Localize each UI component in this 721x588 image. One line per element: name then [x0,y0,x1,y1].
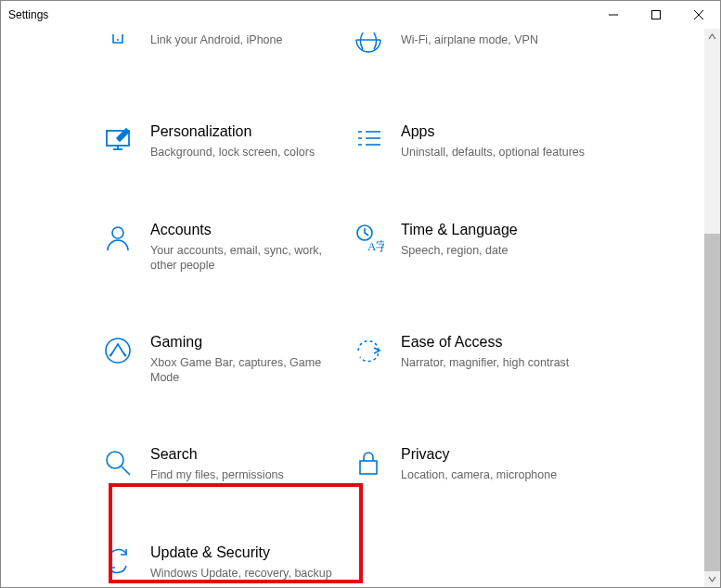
category-desc: Your accounts, email, sync, work, other … [150,243,341,273]
time-language-icon: A字 [353,223,384,254]
content-area: Link your Android, iPhone Wi-Fi, airplan… [1,29,720,587]
svg-point-14 [112,227,123,238]
category-update-security[interactable]: Update & Security Windows Update, recove… [102,543,353,587]
search-icon [102,447,134,479]
svg-point-17 [106,339,130,363]
settings-grid: Link your Android, iPhone Wi-Fi, airplan… [102,31,603,587]
globe-icon [353,31,384,62]
category-network[interactable]: Wi-Fi, airplane mode, VPN [353,29,603,69]
svg-rect-1 [652,11,661,19]
category-desc: Wi-Fi, airplane mode, VPN [401,32,592,47]
accounts-icon [102,223,134,254]
category-title: Search [150,445,341,464]
scroll-up-arrow[interactable] [704,29,720,45]
gaming-icon [102,335,134,366]
maximize-button[interactable] [635,1,677,29]
personalization-icon [102,124,134,156]
window-title: Settings [8,1,48,29]
category-title: Gaming [150,333,341,352]
category-accounts[interactable]: Accounts Your accounts, email, sync, wor… [102,221,353,279]
scroll-down-arrow[interactable] [704,571,720,587]
category-search[interactable]: Search Find my files, permissions [102,445,353,489]
category-desc: Speech, region, date [401,243,592,258]
minimize-button[interactable] [592,1,635,29]
category-title: Time & Language [401,221,592,239]
phone-icon [102,31,134,62]
category-ease-of-access[interactable]: Ease of Access Narrator, magnifier, high… [353,333,603,391]
category-gaming[interactable]: Gaming Xbox Game Bar, captures, Game Mod… [102,333,353,391]
category-desc: Uninstall, defaults, optional features [401,145,592,160]
category-desc: Narrator, magnifier, high contrast [401,355,592,370]
svg-line-19 [122,467,130,475]
vertical-scrollbar[interactable] [704,29,720,587]
update-icon [102,545,134,577]
svg-point-18 [107,452,123,468]
window-controls [592,1,720,29]
scroll-track[interactable] [704,45,720,571]
category-time-language[interactable]: A字 Time & Language Speech, region, date [353,221,603,279]
apps-icon [353,124,384,156]
settings-grid-container: Link your Android, iPhone Wi-Fi, airplan… [1,29,704,587]
category-title: Accounts [150,221,341,239]
category-title: Apps [401,122,592,141]
privacy-icon [353,447,384,479]
svg-rect-20 [360,461,377,474]
ease-of-access-icon [353,335,384,366]
category-title: Update & Security [150,543,341,562]
category-desc: Background, lock screen, colors [150,145,341,160]
category-title: Privacy [401,445,592,464]
category-title: Ease of Access [401,333,592,352]
category-desc: Location, camera, microphone [401,467,592,482]
close-button[interactable] [677,1,720,29]
category-privacy[interactable]: Privacy Location, camera, microphone [353,445,603,489]
category-phone[interactable]: Link your Android, iPhone [102,29,353,69]
scroll-thumb[interactable] [704,234,720,571]
category-desc: Windows Update, recovery, backup [150,566,341,581]
titlebar: Settings [1,1,720,29]
category-desc: Find my files, permissions [150,467,341,482]
category-personalization[interactable]: Personalization Background, lock screen,… [102,122,353,166]
category-desc: Link your Android, iPhone [150,32,341,47]
settings-window: Settings Li [0,0,721,588]
category-apps[interactable]: Apps Uninstall, defaults, optional featu… [353,122,603,166]
svg-text:A字: A字 [367,239,384,253]
category-title: Personalization [150,122,341,141]
svg-point-4 [117,39,119,41]
category-desc: Xbox Game Bar, captures, Game Mode [150,355,341,385]
